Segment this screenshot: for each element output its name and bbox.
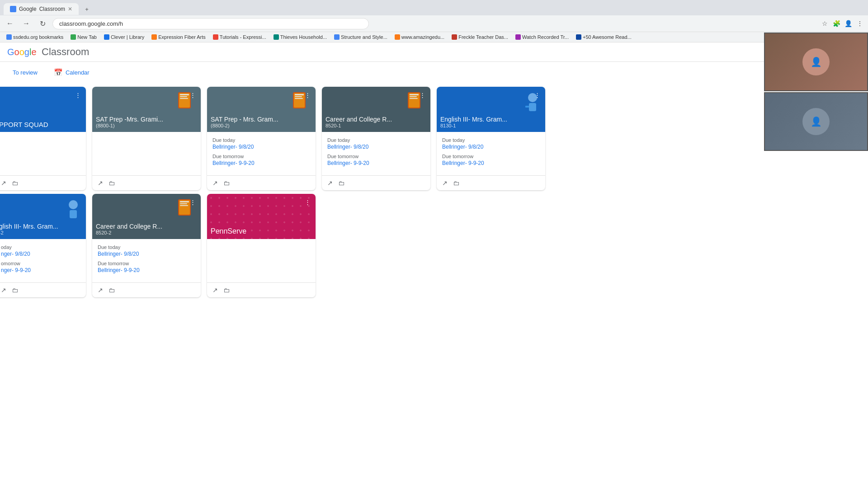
trending-icon[interactable]: ↗: [98, 286, 103, 294]
to-review-label: To review: [13, 69, 38, 76]
card-english-1-menu[interactable]: ⋮: [532, 89, 542, 100]
folder-icon[interactable]: 🗀: [223, 179, 230, 187]
card-support-squad-header: PPORT SQUAD ⋮: [0, 87, 86, 132]
card-career-2-footer: ↗ 🗀: [92, 282, 201, 297]
gc-logo: Google Classroom: [7, 46, 89, 58]
bookmark-structure[interactable]: Structure and Style...: [331, 33, 390, 41]
folder-icon[interactable]: 🗀: [108, 179, 115, 187]
refresh-button[interactable]: ↻: [36, 17, 49, 30]
card-career-2[interactable]: Career and College R... 8520-2 ⋮ Due tod…: [92, 194, 201, 297]
bookmark-tutorials[interactable]: Tutorials - Expressi...: [210, 33, 269, 41]
video-box-2: 👤: [764, 92, 868, 151]
bookmark-clever[interactable]: Clever | Library: [101, 33, 147, 41]
svg-rect-23: [180, 203, 187, 204]
card-english-2-subtitle: -2: [0, 230, 82, 235]
card-sat-2[interactable]: SAT Prep - Mrs. Gram... (8800-2) ⋮ Due t…: [207, 87, 316, 190]
due-tomorrow-item: Bellringer- 9-9-20: [442, 160, 540, 166]
card-sat-1-menu[interactable]: ⋮: [187, 89, 198, 100]
svg-rect-24: [180, 205, 188, 206]
bookmark-favicon: [71, 34, 76, 40]
card-sat-2-menu[interactable]: ⋮: [302, 89, 313, 100]
card-english-1-body: Due today Bellringer- 9/8/20 Due tomorro…: [437, 132, 545, 175]
person-avatar-2: 👤: [802, 108, 830, 135]
bookmark-watch[interactable]: Watch Recorded Tr...: [513, 33, 571, 41]
card-career-1-title: Career and College R...: [326, 116, 427, 123]
card-english-1-footer: ↗ 🗀: [437, 175, 545, 190]
browser-tab-active[interactable]: Google Classroom ✕: [4, 3, 79, 15]
bookmark-awesome[interactable]: +50 Awesome Read...: [573, 33, 634, 41]
bookmark-freckle[interactable]: Freckle Teacher Das...: [449, 33, 511, 41]
card-english-2-partial[interactable]: glish III- Mrs. Gram... -2 oday nger- 9/…: [0, 194, 86, 297]
card-career-1-header: Career and College R... 8520-1 ⋮: [322, 87, 430, 132]
folder-icon[interactable]: 🗀: [223, 286, 230, 294]
bookmark-favicon: [213, 34, 218, 40]
settings-icon[interactable]: ⋮: [855, 19, 864, 28]
google-logo-text: Google: [7, 47, 39, 57]
to-review-button[interactable]: To review: [7, 66, 43, 79]
card-sat-2-body: Due today Bellringer- 9/8/20 Due tomorro…: [207, 132, 316, 175]
card-support-squad-menu[interactable]: ⋮: [72, 89, 83, 100]
card-sat-1-body: [92, 132, 201, 175]
card-support-squad[interactable]: PPORT SQUAD ⋮ ↗ 🗀: [0, 87, 86, 190]
tab-close-icon[interactable]: ✕: [68, 6, 72, 12]
folder-icon[interactable]: 🗀: [12, 286, 18, 294]
card-english-2-body: oday nger- 9/8/20 omorrow nger- 9-9-20: [0, 239, 86, 282]
card-english-1-subtitle: 8130-1: [440, 123, 542, 128]
folder-icon[interactable]: 🗀: [338, 179, 344, 187]
card-career-2-due-tomorrow: Due tomorrow Bellringer- 9-9-20: [98, 261, 195, 273]
video-placeholder-2: 👤: [765, 93, 867, 150]
extension-icon[interactable]: 🧩: [832, 19, 841, 28]
calendar-button[interactable]: 📅 Calendar: [48, 66, 95, 80]
video-overlay: 👤 👤: [764, 33, 868, 151]
card-career-1-due-today: Due today Bellringer- 9/8/20: [327, 137, 425, 150]
trending-icon[interactable]: ↗: [1, 179, 6, 187]
due-tomorrow-label: Due tomorrow: [327, 154, 425, 159]
profile-icon[interactable]: 👤: [844, 19, 853, 28]
svg-rect-3: [180, 96, 187, 97]
bookmark-favicon: [452, 34, 457, 40]
card-sat-1[interactable]: SAT Prep -Mrs. Grami... (8800-1) ⋮ ↗ 🗀: [92, 87, 201, 190]
bookmark-expression[interactable]: Expression Fiber Arts: [149, 33, 208, 41]
svg-rect-9: [295, 98, 303, 99]
due-tomorrow-label: Due tomorrow: [442, 154, 540, 159]
svg-point-18: [69, 200, 78, 209]
address-bar[interactable]: classroom.google.com/h: [52, 18, 369, 29]
card-pennserve-body: [207, 239, 316, 282]
card-pennserve-menu[interactable]: ⋮: [302, 197, 313, 207]
trending-icon[interactable]: ↗: [327, 179, 333, 187]
bookmark-favicon: [334, 34, 340, 40]
card-career-1[interactable]: Career and College R... 8520-1 ⋮ Due tod…: [322, 87, 430, 190]
card-english-1[interactable]: English III- Mrs. Gram... 8130-1 ⋮ Due t…: [437, 87, 545, 190]
trending-icon[interactable]: ↗: [212, 286, 218, 294]
trending-icon[interactable]: ↗: [212, 179, 218, 187]
svg-rect-17: [525, 106, 529, 108]
bookmark-amazing[interactable]: www.amazingedu...: [392, 33, 447, 41]
bookmark-favicon: [395, 34, 400, 40]
video-box-1: 👤: [764, 33, 868, 91]
forward-button[interactable]: →: [20, 17, 33, 30]
gc-header: Google Classroom: [0, 42, 868, 62]
bookmark-thieves[interactable]: Thieves Household...: [271, 33, 330, 41]
gc-toolbar: To review 📅 Calendar: [0, 62, 868, 83]
card-career-2-title: Career and College R...: [96, 223, 197, 230]
trending-icon[interactable]: ↗: [442, 179, 448, 187]
bookmark-ssdedu[interactable]: ssdedu.org bookmarks: [4, 33, 66, 41]
folder-icon[interactable]: 🗀: [453, 179, 459, 187]
trending-icon[interactable]: ↗: [1, 286, 6, 294]
back-button[interactable]: ←: [4, 17, 16, 30]
bookmark-newtab[interactable]: New Tab: [68, 33, 99, 41]
card-pennserve[interactable]: PennServe ⋮ ↗ 🗀: [207, 194, 316, 297]
svg-rect-16: [529, 103, 536, 111]
card-career-2-menu[interactable]: ⋮: [187, 197, 198, 207]
bookmark-icon[interactable]: ☆: [820, 19, 829, 28]
folder-icon[interactable]: 🗀: [12, 179, 18, 187]
card-career-1-menu[interactable]: ⋮: [417, 89, 428, 100]
trending-icon[interactable]: ↗: [98, 179, 103, 187]
folder-icon[interactable]: 🗀: [108, 286, 115, 294]
due-today-item: Bellringer- 9/8/20: [327, 144, 425, 150]
new-tab-button[interactable]: +: [80, 3, 93, 15]
card-english-1-due-tomorrow: Due tomorrow Bellringer- 9-9-20: [442, 154, 540, 166]
card-sat-2-footer: ↗ 🗀: [207, 175, 316, 190]
due-today-label: Due today: [98, 244, 195, 250]
svg-rect-13: [410, 96, 417, 97]
